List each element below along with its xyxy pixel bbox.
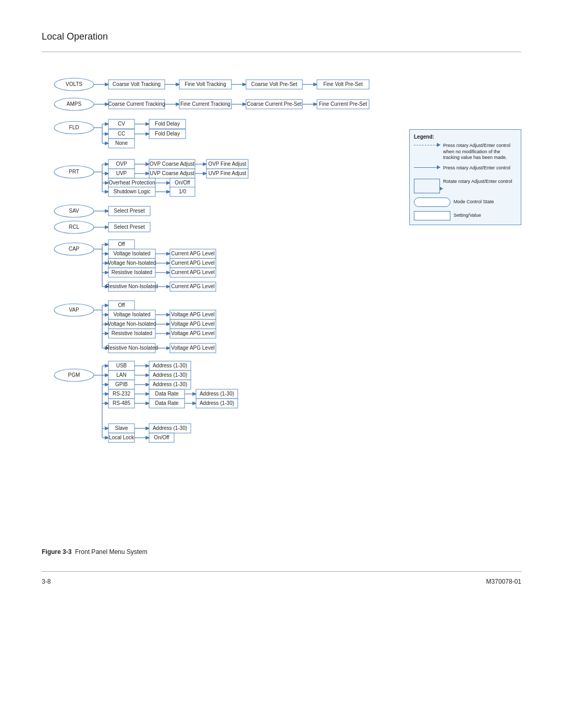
svg-text:USB: USB (116, 363, 127, 368)
svg-text:Address (1-30): Address (1-30) (153, 425, 187, 431)
mode-oval-icon (414, 198, 450, 207)
svg-text:AMPS: AMPS (67, 101, 82, 107)
solid-arrow-icon (414, 167, 440, 175)
legend-mode-text: Mode Control State (454, 199, 494, 205)
svg-text:Voltage APG Level: Voltage APG Level (171, 345, 214, 351)
svg-text:Coarse Current Tracking: Coarse Current Tracking (108, 101, 165, 107)
svg-text:Voltage APG Level: Voltage APG Level (171, 321, 214, 327)
svg-text:Select Preset: Select Preset (114, 224, 145, 230)
svg-text:OVP Coarse Adjust: OVP Coarse Adjust (150, 161, 194, 167)
page-number: 3-8 (42, 578, 51, 585)
svg-text:Address (1-30): Address (1-30) (153, 372, 187, 378)
figure-caption-text: Front Panel Menu System (75, 548, 148, 556)
svg-text:Select Preset: Select Preset (114, 208, 145, 214)
svg-text:Data Rate: Data Rate (155, 391, 178, 397)
svg-text:Shutdown Logic: Shutdown Logic (113, 189, 150, 194)
legend-box: Legend: Press rotary Adjust/Enter contro… (409, 129, 521, 225)
svg-text:UVP Fine Adjust: UVP Fine Adjust (209, 170, 247, 176)
svg-text:VOLTS: VOLTS (66, 81, 82, 87)
figure-caption: Figure 3-3 Front Panel Menu System (0, 543, 563, 561)
svg-text:Address (1-30): Address (1-30) (200, 400, 234, 406)
svg-text:Current APG Level: Current APG Level (171, 269, 214, 275)
legend-title: Legend: (414, 134, 517, 140)
section-title: Local Operation (42, 31, 521, 42)
svg-text:SAV: SAV (69, 208, 79, 214)
svg-text:Voltage Non-Isolated: Voltage Non-Isolated (108, 321, 156, 327)
legend-item-mode: Mode Control State (414, 198, 517, 207)
svg-text:On/Off: On/Off (175, 180, 190, 186)
svg-text:Fine Volt Pre-Set: Fine Volt Pre-Set (323, 81, 363, 87)
svg-text:Current APG Level: Current APG Level (171, 283, 214, 289)
svg-text:Address (1-30): Address (1-30) (153, 363, 187, 368)
svg-text:UVP Coarse Adjust: UVP Coarse Adjust (150, 170, 194, 176)
rotate-icon (414, 179, 440, 193)
svg-text:Resistive Non-Isolated: Resistive Non-Isolated (106, 345, 158, 351)
svg-text:PGM: PGM (68, 372, 80, 378)
legend-item-setting: Setting/Value (414, 211, 517, 220)
svg-text:Voltage Non-Isolated: Voltage Non-Isolated (108, 260, 156, 266)
svg-text:Fold Delay: Fold Delay (155, 131, 180, 137)
svg-text:Off: Off (118, 302, 125, 308)
svg-text:Voltage Isolated: Voltage Isolated (113, 251, 150, 256)
dashed-arrow-icon (414, 145, 440, 152)
diagram-area: .oval { fill:#fff; stroke:#5a8abf; strok… (0, 52, 563, 543)
svg-text:OVP: OVP (116, 161, 127, 167)
svg-text:Voltage Isolated: Voltage Isolated (113, 312, 150, 317)
svg-text:Resistive Isolated: Resistive Isolated (112, 330, 152, 336)
figure-label: Figure 3-3 (42, 548, 71, 556)
svg-text:RCL: RCL (69, 224, 79, 230)
svg-text:RS-485: RS-485 (113, 400, 130, 406)
svg-text:Address (1-30): Address (1-30) (200, 391, 234, 397)
legend-setting-text: Setting/Value (454, 213, 481, 219)
svg-text:FLD: FLD (69, 125, 79, 130)
svg-text:Coarse Volt Pre-Set: Coarse Volt Pre-Set (251, 81, 298, 87)
svg-text:Local Lock: Local Lock (109, 435, 134, 440)
svg-text:On/Off: On/Off (154, 435, 169, 440)
svg-text:RS-232: RS-232 (113, 391, 130, 397)
svg-text:LAN: LAN (116, 372, 126, 378)
svg-text:Fine Volt Tracking: Fine Volt Tracking (185, 81, 226, 87)
svg-text:PRT: PRT (69, 169, 79, 175)
svg-text:CC: CC (118, 131, 125, 137)
svg-text:Fine Current Tracking: Fine Current Tracking (180, 101, 230, 107)
legend-dashed-text: Press rotary Adjust/Enter control when n… (443, 143, 517, 161)
svg-text:Resistive Isolated: Resistive Isolated (112, 269, 152, 275)
page-header: Local Operation (0, 0, 563, 47)
svg-text:Current APG Level: Current APG Level (171, 260, 214, 266)
svg-text:Off: Off (118, 241, 125, 247)
svg-text:Fine Current Pre-Set: Fine Current Pre-Set (319, 101, 367, 107)
legend-rotate-text: Rotate rotary Adjust/Enter control (443, 179, 512, 185)
svg-text:Current APG Level: Current APG Level (171, 251, 214, 256)
svg-text:UVP: UVP (116, 170, 127, 176)
svg-text:Coarse Volt Tracking: Coarse Volt Tracking (113, 81, 161, 87)
svg-text:Fold Delay: Fold Delay (155, 121, 180, 127)
doc-id: M370078-01 (486, 578, 521, 585)
svg-text:Overheat Protection: Overheat Protection (109, 180, 155, 186)
setting-rect-icon (414, 211, 450, 220)
svg-text:CV: CV (118, 121, 125, 127)
footer: 3-8 M370078-01 (0, 572, 563, 591)
svg-text:CAP: CAP (69, 246, 80, 252)
svg-text:None: None (115, 140, 128, 146)
svg-text:Data Rate: Data Rate (155, 400, 178, 406)
legend-solid-text: Press rotary Adjust/Enter control (443, 165, 510, 171)
svg-text:Voltage APG Level: Voltage APG Level (171, 312, 214, 317)
svg-text:Slave: Slave (115, 425, 128, 431)
svg-text:GPIB: GPIB (115, 381, 128, 387)
svg-text:1/0: 1/0 (179, 189, 186, 194)
svg-text:Voltage APG Level: Voltage APG Level (171, 330, 214, 336)
svg-text:Address (1-30): Address (1-30) (153, 381, 187, 387)
legend-item-solid: Press rotary Adjust/Enter control (414, 165, 517, 175)
legend-item-dashed: Press rotary Adjust/Enter control when n… (414, 143, 517, 161)
svg-text:Coarse Current Pre-Set: Coarse Current Pre-Set (247, 101, 301, 107)
svg-text:Resistive Non-Isolated: Resistive Non-Isolated (106, 283, 158, 289)
legend-item-rotate: Rotate rotary Adjust/Enter control (414, 179, 517, 193)
svg-text:VAP: VAP (69, 307, 79, 313)
svg-text:OVP Fine Adjust: OVP Fine Adjust (208, 161, 246, 167)
